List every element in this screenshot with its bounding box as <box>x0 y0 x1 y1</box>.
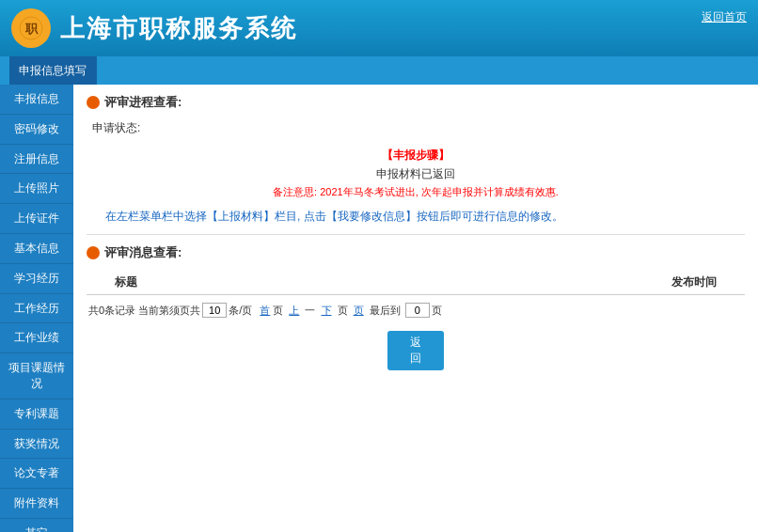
pagination-sep4: 最后到 <box>367 304 403 318</box>
logo-icon: 职 <box>11 8 51 48</box>
back-home-link[interactable]: 返回首页 <box>702 9 747 25</box>
app-title: 上海市职称服务系统 <box>60 12 297 45</box>
pagination-nav <box>254 305 257 316</box>
sidebar-item-1[interactable]: 密码修改 <box>0 115 73 145</box>
pagination-sep1: 页 <box>273 304 286 318</box>
sidebar-item-3[interactable]: 上传照片 <box>0 174 73 204</box>
nav-bar: 申报信息填写 <box>0 56 758 85</box>
pagination-page-post: 页 <box>432 304 442 318</box>
nav-item-shenbaoxinxi[interactable]: 申报信息填写 <box>9 56 97 85</box>
pagination-prev[interactable]: 上 <box>289 304 299 318</box>
sidebar-item-14[interactable]: 其它 <box>0 519 73 532</box>
status-note: 备注意思: 2021年马冬考试进出, 次年起申报并计算成绩有效惠. <box>87 185 745 199</box>
status-block: 【丰报步骤】 申报材料已返回 备注意思: 2021年马冬考试进出, 次年起申报并… <box>87 142 745 209</box>
pagination-sep2: 一 <box>302 304 318 318</box>
section1-icon <box>87 96 100 109</box>
sidebar-item-4[interactable]: 上传证件 <box>0 204 73 234</box>
table-col2: 发布时间 <box>671 274 717 290</box>
section2-icon <box>87 246 100 259</box>
divider1 <box>87 234 745 235</box>
sidebar-item-13[interactable]: 附件资料 <box>0 489 73 519</box>
status-desc: 申报材料已返回 <box>87 166 745 182</box>
sidebar-item-5[interactable]: 基本信息 <box>0 234 73 264</box>
pagination-sep3: 页 <box>335 304 351 318</box>
section2-title-row: 评审消息查看: <box>87 244 745 261</box>
sidebar-item-10[interactable]: 专利课题 <box>0 399 73 430</box>
pagination-row: 共0条记录 当前第须页共 条/页 首 页 上 一 下 页 页 最后到 页 <box>87 299 745 321</box>
sidebar-item-7[interactable]: 工作经历 <box>0 294 73 324</box>
sidebar-item-0[interactable]: 丰报信息 <box>0 85 73 115</box>
section2-title: 评审消息查看: <box>104 244 182 261</box>
pagination-per-page-unit: 条/页 <box>229 304 252 318</box>
section1-title: 评审进程查看: <box>104 94 182 111</box>
table-header: 标题 发布时间 <box>87 271 745 295</box>
pagination-next[interactable]: 下 <box>322 304 332 318</box>
sidebar-item-11[interactable]: 获奖情况 <box>0 430 73 460</box>
pagination-prefix: 共0条记录 当前第须页共 <box>88 304 200 318</box>
sidebar: 丰报信息 密码修改 注册信息 上传照片 上传证件 基本信息 学习经历 工作经历 … <box>0 85 73 532</box>
instruction-text: 在左栏菜单栏中选择【上报材料】栏目, 点击【我要修改信息】按钮后即可进行信息的修… <box>87 209 745 225</box>
main-layout: 丰报信息 密码修改 注册信息 上传照片 上传证件 基本信息 学习经历 工作经历 … <box>0 85 758 532</box>
apply-status-label: 申请状态: <box>92 120 140 136</box>
sidebar-item-12[interactable]: 论文专著 <box>0 459 73 489</box>
page-jump-input[interactable] <box>405 303 430 318</box>
pagination-first[interactable]: 首 <box>260 304 270 318</box>
sidebar-item-9[interactable]: 项目课题情况 <box>0 353 73 399</box>
pagination-last[interactable]: 页 <box>354 304 364 318</box>
back-button[interactable]: 返回 <box>387 331 444 370</box>
header: 职 上海市职称服务系统 返回首页 <box>0 0 758 56</box>
svg-text:职: 职 <box>24 22 39 36</box>
per-page-input[interactable] <box>202 303 227 318</box>
sidebar-item-2[interactable]: 注册信息 <box>0 145 73 175</box>
sidebar-item-8[interactable]: 工作业绩 <box>0 323 73 353</box>
sidebar-item-6[interactable]: 学习经历 <box>0 264 73 294</box>
status-step-label: 【丰报步骤】 <box>87 148 745 164</box>
main-content: 评审进程查看: 申请状态: 【丰报步骤】 申报材料已返回 备注意思: 2021年… <box>73 85 758 532</box>
table-col1: 标题 <box>115 274 137 290</box>
apply-status-row: 申请状态: <box>87 120 745 136</box>
section1-title-row: 评审进程查看: <box>87 94 745 111</box>
